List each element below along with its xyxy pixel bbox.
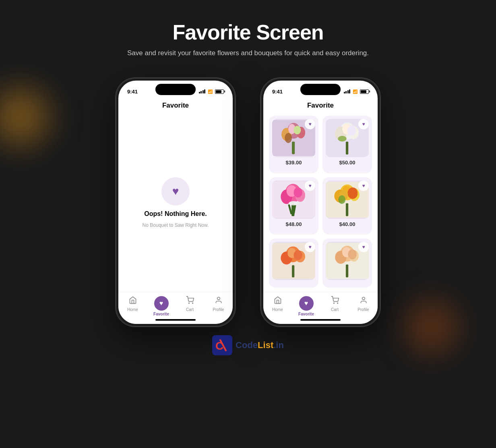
flower-price-1: $39.00	[286, 160, 302, 166]
battery-icon-2	[360, 89, 369, 94]
volume-down-button	[115, 137, 116, 149]
svg-point-16	[347, 126, 356, 136]
flower-card-5[interactable]: ♥	[269, 239, 318, 288]
empty-heart-circle: ♥	[161, 177, 190, 205]
svg-point-24	[294, 187, 302, 197]
flower-card-2[interactable]: ♥ $50.00	[322, 116, 372, 173]
power-button-2	[380, 127, 381, 149]
home-indicator-1	[155, 319, 196, 321]
svg-point-52	[333, 303, 334, 304]
heart-nav-icon-1: ♥	[159, 300, 163, 307]
empty-title: Oops! Nothing Here.	[144, 210, 207, 218]
svg-point-34	[347, 187, 358, 199]
signal-bars-2	[344, 89, 351, 93]
volume-down-button-2	[260, 137, 261, 149]
nav-profile-1[interactable]: Profile	[207, 296, 229, 312]
nav-home-2[interactable]: Home	[267, 296, 289, 312]
svg-point-43	[294, 250, 302, 260]
nav-favorite-1[interactable]: ♥ Favorite	[150, 296, 172, 316]
nav-label-profile-1: Profile	[213, 307, 224, 312]
screen-title-2: Favorite	[263, 98, 378, 114]
svg-point-18	[338, 136, 346, 141]
wifi-icon-2: 📶	[353, 89, 358, 94]
volume-up-button-2	[260, 118, 261, 131]
nav-cart-1[interactable]: Cart	[179, 296, 201, 312]
heart-badge-icon-5: ♥	[308, 244, 311, 250]
footer-in: .in	[273, 340, 284, 350]
footer: C CodeList.in	[0, 335, 496, 355]
nav-profile-2[interactable]: Profile	[352, 296, 374, 312]
footer-text: CodeList.in	[236, 340, 284, 351]
svg-rect-44	[292, 265, 294, 278]
phones-container: 9:41 📶 Favorite	[0, 77, 496, 327]
svg-point-1	[192, 303, 193, 304]
nav-home-1[interactable]: Home	[122, 296, 144, 312]
footer-logo: C CodeList.in	[0, 335, 496, 355]
signal-bar-2	[200, 91, 202, 93]
heart-badge-icon-1: ♥	[308, 121, 311, 127]
nav-favorite-2[interactable]: ♥ Favorite	[295, 296, 317, 316]
footer-code: Code	[236, 340, 258, 350]
heart-badge-icon-3: ♥	[308, 183, 311, 189]
svg-point-50	[348, 249, 356, 259]
signal-bar-7	[347, 90, 349, 93]
status-time-2: 9:41	[272, 89, 283, 95]
svg-point-2	[217, 297, 220, 300]
heart-badge-3: ♥	[305, 180, 315, 191]
heart-badge-icon-2: ♥	[362, 121, 365, 127]
flower-price-4: $40.00	[339, 221, 355, 227]
screen-title-1: Favorite	[118, 98, 233, 114]
flower-card-3[interactable]: ♥ $48.00	[269, 177, 318, 235]
flower-card-6[interactable]: ♥	[322, 239, 372, 288]
flower-price-2: $50.00	[339, 160, 355, 166]
heart-badge-icon-4: ♥	[362, 183, 365, 189]
favorite-circle-2: ♥	[299, 296, 314, 311]
battery-icon-1	[215, 89, 224, 94]
codelist-logo-icon: C	[212, 335, 232, 355]
battery-fill-1	[216, 90, 221, 93]
phone-2: 9:41 📶 Favorite	[260, 77, 381, 327]
flower-card-4[interactable]: ♥ $40.00	[322, 177, 372, 235]
flower-price-3: $48.00	[286, 221, 302, 227]
home-indicator-2	[300, 319, 341, 321]
status-time-1: 9:41	[127, 89, 138, 95]
power-button	[235, 127, 236, 149]
dynamic-island-2	[300, 84, 341, 95]
cart-icon-1	[186, 296, 194, 306]
signal-bar-8	[349, 89, 350, 93]
empty-subtitle: No Bouquet to Saw Right Now.	[143, 222, 209, 228]
svg-rect-9	[292, 141, 295, 154]
heart-icon-empty: ♥	[172, 185, 179, 198]
profile-icon-1	[215, 296, 223, 306]
page-subtitle: Save and revisit your favorite flowers a…	[0, 49, 496, 57]
heart-nav-icon-2: ♥	[304, 300, 308, 307]
page-title: Favorite Screen	[0, 20, 496, 44]
heart-badge-icon-6: ♥	[362, 244, 365, 250]
status-icons-1: 📶	[199, 89, 224, 94]
nav-label-favorite-1: Favorite	[153, 312, 169, 316]
cart-icon-2	[331, 296, 339, 306]
signal-bar-1	[199, 92, 200, 93]
nav-cart-2[interactable]: Cart	[324, 296, 346, 312]
footer-list: List	[258, 340, 273, 350]
nav-label-home-1: Home	[127, 307, 138, 312]
home-icon-2	[274, 296, 282, 306]
battery-fill-2	[361, 90, 366, 93]
svg-point-53	[337, 303, 338, 304]
profile-icon-2	[360, 296, 368, 306]
heart-badge-1: ♥	[305, 119, 315, 129]
nav-label-profile-2: Profile	[358, 307, 369, 312]
flower-card-1[interactable]: ♥ $39.00	[269, 116, 318, 173]
svg-point-10	[285, 133, 292, 143]
empty-state: ♥ Oops! Nothing Here. No Bouquet to Saw …	[118, 114, 233, 292]
favorite-circle-1: ♥	[154, 296, 169, 311]
svg-rect-36	[346, 203, 348, 216]
phone-1-screen: 9:41 📶 Favorite	[118, 81, 233, 324]
nav-label-cart-1: Cart	[186, 307, 194, 312]
nav-label-home-2: Home	[272, 307, 283, 312]
flower-grid: ♥ $39.00	[263, 114, 378, 292]
dynamic-island-1	[155, 84, 196, 95]
heart-badge-4: ♥	[358, 180, 369, 191]
phone-2-screen: 9:41 📶 Favorite	[263, 81, 378, 324]
svg-rect-17	[346, 141, 348, 154]
